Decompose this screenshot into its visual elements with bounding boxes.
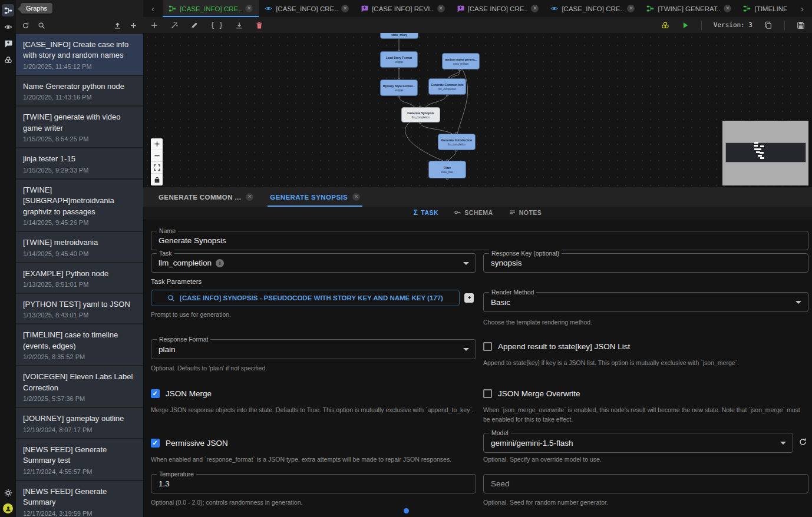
close-icon[interactable]: ✕ <box>724 5 731 12</box>
list-item[interactable]: [TIMELINE] case to timeline (events, edg… <box>16 324 143 365</box>
fit-view-icon[interactable] <box>151 162 163 174</box>
list-item[interactable]: [TWINE] generate with video game writer1… <box>16 107 143 147</box>
close-icon[interactable]: ✕ <box>341 5 349 12</box>
list-item[interactable]: [VOICEGEN] Eleven Labs Label Correction1… <box>16 366 143 407</box>
rail-item-pipelines[interactable] <box>2 54 14 66</box>
zoom-out-icon[interactable] <box>151 150 163 162</box>
close-icon[interactable]: ✕ <box>352 193 360 201</box>
refresh-icon[interactable] <box>22 22 29 29</box>
run-play-icon[interactable] <box>681 21 689 29</box>
permissive-json-checkbox[interactable]: Permissive JSON <box>151 439 228 448</box>
node-tab-generate-common[interactable]: GENERATE COMMON ... ✕ <box>150 187 262 207</box>
rail-item-prompts[interactable] <box>2 37 14 49</box>
download-icon[interactable] <box>235 21 243 29</box>
search-icon[interactable] <box>38 22 45 29</box>
add-node-icon[interactable] <box>150 21 159 29</box>
graph-node[interactable]: Generate Common Infollm_completion <box>428 78 466 95</box>
delete-trash-icon[interactable] <box>255 21 263 29</box>
add-prompt-note-button[interactable] <box>464 293 474 303</box>
minimap[interactable] <box>722 121 808 185</box>
scroll-indicator[interactable] <box>404 508 409 513</box>
seed-input[interactable] <box>484 475 808 493</box>
graph-node[interactable]: Mystery Style Format...snippet <box>380 79 418 96</box>
tab-timeline[interactable]: [TIMELINE <box>737 0 792 17</box>
graph-node[interactable]: random name genera...exec_python <box>442 53 480 69</box>
graph-node[interactable]: Load Story Formatsnippet <box>380 51 418 68</box>
response-key-field[interactable]: Response Key (optional) <box>483 253 808 273</box>
task-select[interactable]: Task llm_completion i <box>151 253 476 273</box>
search-icon <box>167 294 175 302</box>
json-merge-overwrite-checkbox[interactable]: JSON Merge Overwrite <box>483 389 580 398</box>
lock-icon[interactable] <box>151 174 163 185</box>
rail-item-settings[interactable] <box>2 486 14 499</box>
append-to-key-checkbox[interactable]: Append result to state[key] JSON List <box>483 342 630 351</box>
node-tab-generate-synopsis[interactable]: GENERATE SYNOPSIS ✕ <box>262 187 368 207</box>
tab-case-info-create[interactable]: [CASE INFO] CRE... ✕ <box>451 0 545 17</box>
edit-pencil-icon[interactable] <box>190 21 199 29</box>
temperature-field[interactable]: Temperature <box>151 474 476 493</box>
graph-canvas[interactable]: state_mkey Load Story Formatsnippet rand… <box>143 33 812 187</box>
list-item[interactable]: [CASE_INFO] Create case info with story … <box>16 34 143 75</box>
name-input[interactable] <box>151 231 808 250</box>
knot-icon[interactable] <box>661 21 669 29</box>
add-icon[interactable] <box>130 22 137 29</box>
save-icon[interactable] <box>797 21 805 29</box>
render-method-select[interactable]: Render Method Basic <box>483 292 808 312</box>
info-icon[interactable]: i <box>216 259 224 267</box>
model-select[interactable]: Model gemini/gemini-1.5-flash <box>483 433 793 453</box>
close-icon[interactable]: ✕ <box>627 5 635 12</box>
icon-rail <box>0 0 16 517</box>
tabs-scroll-left-icon[interactable]: ‹ <box>143 0 163 17</box>
tab-task[interactable]: Σ TASK <box>414 208 439 217</box>
close-icon[interactable]: ✕ <box>245 5 253 12</box>
tabs-scroll-right-icon[interactable]: › <box>793 0 812 17</box>
name-field[interactable]: Name <box>151 231 808 250</box>
rail-item-view[interactable] <box>2 21 14 33</box>
zoom-in-icon[interactable] <box>151 138 163 150</box>
list-item[interactable]: [EXAMPLE] Python node1/13/2025, 8:51:01 … <box>16 263 143 293</box>
minimap-viewport[interactable] <box>725 142 806 163</box>
seed-field[interactable] <box>483 474 808 493</box>
list-item[interactable]: Name Generator python node1/20/2025, 11:… <box>16 76 143 105</box>
list-item[interactable]: [TWINE] metroidvania1/14/2025, 9:45:40 P… <box>16 232 143 261</box>
prompt-select-button[interactable]: [CASE INFO] SYNOPSIS - PSEUDOCODE WITH S… <box>151 290 460 306</box>
list-item[interactable]: [PYTHON TEST] yaml to JSON1/13/2025, 8:4… <box>16 294 143 323</box>
list-item[interactable]: [TWINE][SUBGRAPH]metroidvania graphviz t… <box>16 180 143 231</box>
rail-item-graphs[interactable] <box>2 4 14 16</box>
tab-case-info-2[interactable]: [CASE_INFO] CRE... ✕ <box>259 0 355 17</box>
tab-case-info-1[interactable]: [CASE_INFO] CRE... ✕ <box>163 0 259 17</box>
chevron-down-icon <box>463 262 469 268</box>
json-merge-checkbox[interactable]: JSON Merge <box>151 389 212 398</box>
close-icon[interactable]: ✕ <box>531 5 539 12</box>
graph-node[interactable]: Generate Introductionllm_completion <box>438 134 476 150</box>
graph-node[interactable]: Filterstate_filter <box>428 161 466 178</box>
copy-icon[interactable] <box>764 21 773 29</box>
auto-layout-wand-icon[interactable] <box>170 21 179 29</box>
seed-helper: Optional. Seed for random number generat… <box>483 498 608 507</box>
model-refresh-icon[interactable] <box>798 438 809 448</box>
upload-icon[interactable] <box>114 22 121 29</box>
list-item[interactable]: [NEWS FEED] Generate Summary12/17/2024, … <box>16 481 143 517</box>
braces-icon[interactable]: { } <box>210 21 223 29</box>
tab-case-info-review[interactable]: [CASE INFO] REVI... ✕ <box>355 0 450 17</box>
list-item[interactable]: jinja tester 1-151/15/2025, 9:29:33 PM <box>16 148 143 178</box>
tab-twine-generate[interactable]: [TWINE] GENERAT... ✕ <box>641 0 737 17</box>
graph-icon <box>743 5 751 12</box>
model-helper: Optional. Specify an override model to u… <box>483 455 602 464</box>
sigma-icon: Σ <box>414 208 418 217</box>
render-method-helper: Choose the template rendering method. <box>483 317 592 327</box>
response-format-select[interactable]: Response Format plain <box>151 339 476 359</box>
graph-node[interactable]: state_mkey <box>380 33 418 39</box>
list-item[interactable]: [NEWS FEED] Generate Summary test12/17/2… <box>16 439 143 480</box>
graph-node-selected[interactable]: Generate Synopsisllm_completion <box>401 107 440 122</box>
tab-notes[interactable]: NOTES <box>509 208 542 216</box>
prompt-helper: Prompt to use for generation. <box>151 310 231 319</box>
temperature-input[interactable] <box>151 475 476 493</box>
list-item[interactable]: [JOURNEY] gameplay outline12/19/2024, 8:… <box>16 408 143 438</box>
close-icon[interactable]: ✕ <box>437 5 445 12</box>
tab-case-info-3[interactable]: [CASE_INFO] CRE... ✕ <box>544 0 641 17</box>
close-icon[interactable]: ✕ <box>246 193 253 201</box>
tab-schema[interactable]: SCHEMA <box>454 208 493 216</box>
account-avatar-icon[interactable] <box>3 503 13 513</box>
eye-icon <box>550 5 558 12</box>
